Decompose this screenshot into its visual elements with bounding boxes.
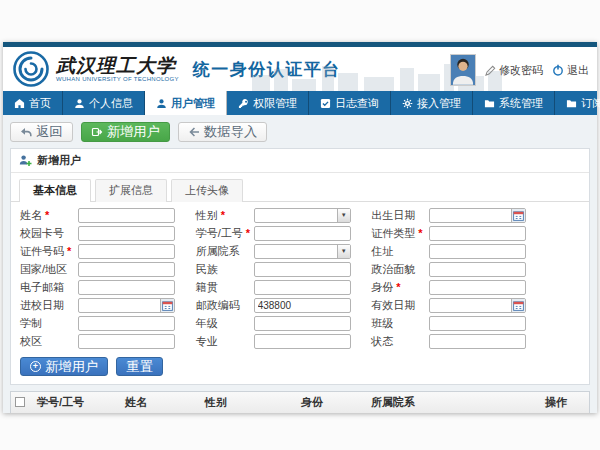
table-column-header: 性别 [201,392,297,413]
table-column-header: 操作 [541,392,589,413]
field-input[interactable] [78,244,175,259]
form-field: 电子邮箱 * [20,279,196,295]
toolbar: 返回 新增用户 数据导入 [10,122,590,142]
field-input[interactable] [254,280,351,295]
form-field: 国家/地区 * [20,261,196,277]
field-input[interactable] [429,226,526,241]
field-label: 有效日期 * [371,298,429,313]
folder-icon [484,98,495,109]
form-field: 姓名 * [20,207,196,223]
nav-item-6[interactable]: 接入管理 [391,91,473,115]
form-field: 校区 * [20,333,196,349]
field-label: 民族 * [196,262,254,277]
nav-item-2[interactable]: 个人信息 [63,91,145,115]
field-label: 出生日期 * [371,208,429,223]
calendar-icon[interactable] [511,299,525,312]
field-input[interactable] [429,280,526,295]
required-asterisk: * [221,209,225,221]
tab-1[interactable]: 基本信息 [19,179,91,202]
calendar-icon[interactable] [511,209,525,222]
nav-item-8[interactable]: 订阅管理 [555,91,600,115]
logout-link[interactable]: 退出 [552,63,589,78]
change-password-link[interactable]: 修改密码 [485,63,543,78]
power-icon [552,64,564,76]
field-label: 学制 * [20,316,78,331]
nav-item-1[interactable]: 首页 [3,91,63,115]
user-icon [156,98,167,109]
field-input[interactable] [78,316,175,331]
nav-item-label: 个人信息 [89,96,133,111]
data-import-button[interactable]: 数据导入 [178,122,267,142]
field-input[interactable] [429,334,526,349]
field-label: 专业 * [196,334,254,349]
form-field: 性别 * ▼ [196,207,372,223]
tab-label: 扩展信息 [109,184,153,196]
required-asterisk: * [67,245,71,257]
field-label: 籍贯 * [196,280,254,295]
field-input[interactable] [78,226,175,241]
nav-item-label: 日志查询 [335,96,379,111]
nav-item-label: 用户管理 [171,96,215,111]
user-icon [74,98,85,109]
nav-item-3[interactable]: 用户管理 [145,91,227,115]
field-label: 证件号码 * [20,244,78,259]
field-input[interactable] [78,262,175,277]
nav-item-label: 系统管理 [499,96,543,111]
field-label: 性别 * [196,208,254,223]
form-field: 所属院系 * ▼ [196,243,372,259]
university-name-en: WUHAN UNIVERSITY OF TECHNOLOGY [56,76,179,82]
nav-item-7[interactable]: 系统管理 [473,91,555,115]
required-asterisk: * [418,227,422,239]
field-label: 所属院系 * [196,244,254,259]
nav-item-label: 权限管理 [253,96,297,111]
left-arrow-icon [188,126,200,138]
form-field: 身份 * [371,279,547,295]
form-field: 班级 * [371,315,547,331]
form-field: 进校日期 * [20,297,196,313]
field-label: 电子邮箱 * [20,280,78,295]
tab-3[interactable]: 上传头像 [171,179,243,202]
table-column-header: 姓名 [121,392,201,413]
back-button[interactable]: 返回 [10,122,73,142]
user-table: 学号/工号姓名性别身份所属院系操作 [10,391,590,413]
field-label: 校区 * [20,334,78,349]
form-field: 学制 * [20,315,196,331]
tab-label: 基本信息 [33,184,77,196]
field-input[interactable] [78,280,175,295]
toolbar-add-user-button[interactable]: 新增用户 [81,122,170,142]
user-plus-icon [19,154,32,167]
calendar-icon[interactable] [160,299,174,312]
field-input[interactable] [78,334,175,349]
field-input[interactable] [429,316,526,331]
form-field: 证件号码 * [20,243,196,259]
field-label: 姓名 * [20,208,78,223]
nav-item-4[interactable]: 权限管理 [227,91,309,115]
folder-icon [566,98,577,109]
tab-2[interactable]: 扩展信息 [95,179,167,202]
field-input[interactable] [78,208,175,223]
field-label: 学号/工号 * [196,226,254,241]
select-all-checkbox[interactable] [15,397,25,407]
header: 武汉理工大学 WUHAN UNIVERSITY OF TECHNOLOGY 统一… [3,47,597,91]
field-input[interactable] [429,262,526,277]
field-input[interactable] [429,244,526,259]
field-input[interactable] [254,316,351,331]
field-input[interactable] [254,262,351,277]
field-input[interactable] [254,226,351,241]
university-block: 武汉理工大学 WUHAN UNIVERSITY OF TECHNOLOGY [56,56,179,82]
dropdown-arrow-icon[interactable]: ▼ [337,245,350,258]
user-avatar[interactable] [450,54,476,86]
dropdown-arrow-icon[interactable]: ▼ [337,209,350,222]
reset-button[interactable]: 重置 [116,357,163,376]
required-asterisk: * [45,209,49,221]
plus-circle-icon: + [30,361,41,372]
field-label: 状态 * [371,334,429,349]
field-input[interactable] [254,334,351,349]
gear-icon [402,98,413,109]
field-input[interactable] [254,298,351,313]
submit-add-user-button[interactable]: + 新增用户 [20,357,108,376]
nav-bar: 首页 个人信息 用户管理 权限管理 日志查询 接入管理 系统管理 订阅管理 [3,91,597,115]
tab-strip: 基本信息 扩展信息 上传头像 [11,173,589,202]
field-label: 邮政编码 * [196,298,254,313]
nav-item-5[interactable]: 日志查询 [309,91,391,115]
